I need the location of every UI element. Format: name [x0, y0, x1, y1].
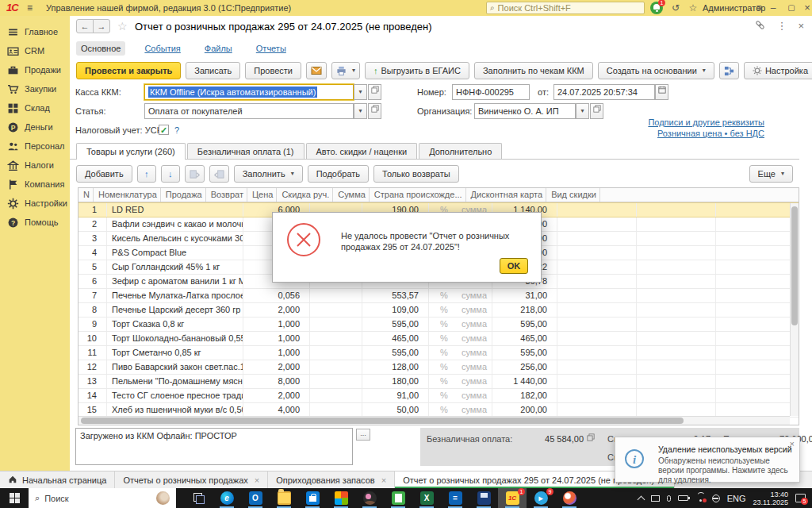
column-header[interactable]: Возврат [206, 188, 247, 202]
sidebar-item[interactable]: CRM [0, 41, 70, 60]
wifi-icon[interactable] [695, 495, 705, 502]
price-type-link[interactable]: Розничная цена • без НДС [657, 129, 764, 138]
windows-search-input[interactable]: ⌕ Поиск [29, 488, 176, 508]
table-row[interactable]: 7 Печенье Мулатка-Латка прослоен.г... 0,… [79, 289, 799, 303]
forward-button[interactable]: → [93, 19, 110, 33]
favorite-star-icon[interactable]: ☆ [117, 20, 128, 33]
column-header[interactable]: Скидка руч. [277, 188, 333, 202]
column-header[interactable]: Дисконтная карта [466, 188, 547, 202]
service-menu-icon[interactable]: ≡ [751, 1, 767, 15]
horizontal-scrollbar[interactable] [79, 416, 790, 425]
more-menu-icon[interactable]: ⋮ [776, 20, 787, 32]
table-row[interactable]: 10 Торт Шоколадно-банановый 0,55 кг 1,00… [79, 332, 799, 346]
article-field[interactable]: Оплата от покупателей [144, 103, 354, 119]
window-tab[interactable]: Оприходования запасов × [268, 471, 395, 488]
system-notification[interactable]: i Удаление неиспользуемых версий Обнаруж… [615, 437, 800, 483]
post-button[interactable]: Провести [245, 62, 301, 79]
nav-tab[interactable]: Отчеты [251, 41, 291, 56]
create-based-on-button[interactable]: Создать на основании ▾ [598, 62, 714, 79]
sidebar-item[interactable]: Продажи [0, 60, 70, 79]
table-row[interactable]: 11 Торт Сметанчо 0,85 кг 1,000 595,00 %с… [79, 346, 799, 360]
save-button[interactable]: Записать [186, 62, 240, 79]
taskbar-app-task-view[interactable] [184, 488, 213, 508]
taskbar-app-store[interactable] [298, 488, 327, 508]
taskbar-app-telegram[interactable]: ▸9 [527, 488, 555, 508]
taskbar-app-m365[interactable] [327, 488, 355, 508]
sidebar-item[interactable]: Закупки [0, 79, 70, 98]
article-open-icon[interactable] [368, 103, 381, 119]
main-menu-icon[interactable]: ≡ [27, 2, 33, 13]
returns-only-button[interactable]: Только возвраты [373, 165, 459, 183]
taskbar-app-edge[interactable]: e [213, 488, 241, 508]
microphone-icon[interactable] [667, 495, 671, 502]
close-tab-icon[interactable]: × [381, 475, 386, 485]
calendar-icon[interactable] [655, 84, 668, 100]
kkm-open-icon[interactable] [368, 84, 381, 100]
fill-by-kkm-checks-button[interactable]: Заполнить по чекам ККМ [474, 62, 593, 79]
page-tab[interactable]: Дополнительно [419, 143, 502, 160]
taskbar-app-greendoc[interactable] [384, 488, 412, 508]
tax-help-link[interactable]: ? [174, 125, 179, 135]
kkm-field[interactable]: ККМ Offline (Искра автоматизированный) [144, 84, 354, 100]
sidebar-item[interactable]: Настройки [0, 194, 70, 213]
keyboard-language[interactable]: ENG [727, 494, 746, 503]
sidebar-item[interactable]: ? Помощь [0, 213, 70, 232]
print-button[interactable]: ▾ [331, 62, 360, 79]
comment-expand-button[interactable]: ... [356, 429, 370, 441]
column-header[interactable]: N [79, 188, 94, 202]
number-field[interactable]: НФНФ-000295 [452, 84, 530, 100]
table-row[interactable]: 12 Пиво Баварский закон свет.пас.1,15...… [79, 360, 799, 375]
sidebar-item[interactable]: P Деньги [0, 117, 70, 137]
battery-icon[interactable] [678, 495, 688, 501]
settings-button[interactable]: Настройка [744, 62, 812, 79]
sidebar-item[interactable]: Налоги [0, 156, 70, 175]
notifications-bell-icon[interactable]: 1 [650, 2, 663, 14]
taskbar-app-excel[interactable]: X [412, 488, 441, 508]
network-icon[interactable] [712, 495, 720, 502]
taskbar-clock[interactable]: 13:40 23.11.2025 [753, 491, 788, 506]
organization-dropdown-icon[interactable]: ▾ [576, 103, 589, 119]
column-header[interactable]: Цена [247, 188, 277, 202]
nav-tab[interactable]: Файлы [200, 41, 237, 56]
pick-button[interactable]: Подобрать [308, 165, 369, 183]
usn-checkbox[interactable]: ✓ [159, 125, 169, 135]
get-link-icon[interactable] [755, 20, 765, 32]
send-email-button[interactable] [306, 62, 327, 79]
table-row[interactable]: 13 Пельмени "По-домашнему мясные" ... 8,… [79, 375, 799, 389]
taskbar-app-floppy[interactable] [469, 488, 498, 508]
grid-more-button[interactable]: Еще▾ [749, 165, 793, 183]
add-row-button[interactable]: Добавить [76, 165, 132, 183]
page-tab[interactable]: Авто. скидки / наценки [306, 143, 418, 160]
column-header[interactable]: Вид скидки [546, 188, 600, 202]
home-tab[interactable]: Начальная страница [0, 471, 115, 488]
page-tab[interactable]: Безналичная оплата (1) [187, 143, 304, 160]
start-button[interactable] [0, 488, 29, 508]
table-row[interactable]: 8 Печенье Царский десерт 360 гр 2,000 10… [79, 303, 799, 318]
back-button[interactable]: ← [76, 19, 94, 33]
article-dropdown-icon[interactable]: ▾ [354, 103, 367, 119]
date-field[interactable]: 24.07.2025 20:57:34 [553, 84, 655, 100]
nav-tab[interactable]: События [140, 41, 185, 56]
move-down-button[interactable]: ↓ [161, 165, 180, 183]
taskbar-app-paint[interactable] [555, 488, 584, 508]
comment-field[interactable]: Загружено из ККМ Офлайн: ПРОСТОР [75, 428, 353, 465]
sidebar-item[interactable]: Компания [0, 175, 70, 194]
minimize-button[interactable]: – [765, 1, 781, 15]
close-tab-icon[interactable]: × [255, 475, 259, 485]
related-documents-button[interactable] [719, 62, 739, 79]
cashless-open-icon[interactable] [587, 433, 595, 443]
taskbar-app-explorer[interactable] [270, 488, 298, 508]
vertical-scrollbar[interactable] [790, 203, 799, 416]
taskbar-app-calc[interactable]: = [441, 488, 469, 508]
tray-expand-icon[interactable] [637, 495, 645, 503]
load-from-terminal-button[interactable] [185, 165, 205, 183]
column-header[interactable]: Страна происхожде... [370, 188, 466, 202]
taskbar-app-outlook[interactable]: O [241, 488, 270, 508]
unload-to-terminal-button[interactable] [209, 165, 229, 183]
column-header[interactable]: Сумма [333, 188, 370, 202]
maximize-button[interactable]: ▢ [783, 1, 799, 15]
move-up-button[interactable]: ↑ [137, 165, 156, 183]
nav-tab[interactable]: Основное [76, 41, 125, 56]
notification-close-icon[interactable]: × [790, 439, 795, 448]
table-row[interactable]: 9 Торт Сказка 0,8 кг 1,000 595,00 %сумма… [79, 318, 799, 332]
